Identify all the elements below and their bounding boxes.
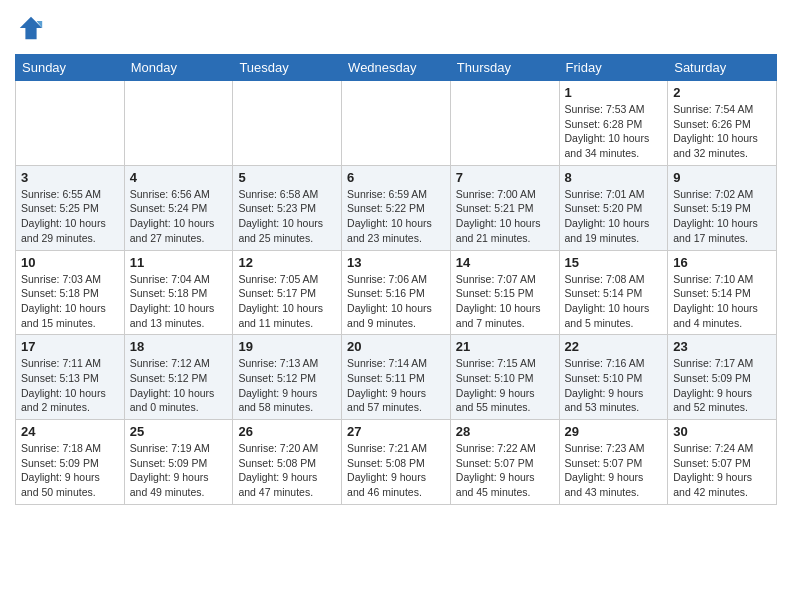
day-number: 23: [673, 339, 771, 354]
day-info: Sunrise: 7:53 AMSunset: 6:28 PMDaylight:…: [565, 102, 663, 161]
calendar-cell: 16Sunrise: 7:10 AMSunset: 5:14 PMDayligh…: [668, 250, 777, 335]
day-number: 28: [456, 424, 554, 439]
day-number: 14: [456, 255, 554, 270]
day-number: 30: [673, 424, 771, 439]
calendar-cell: 3Sunrise: 6:55 AMSunset: 5:25 PMDaylight…: [16, 165, 125, 250]
calendar-cell: 9Sunrise: 7:02 AMSunset: 5:19 PMDaylight…: [668, 165, 777, 250]
weekday-header-friday: Friday: [559, 55, 668, 81]
day-number: 29: [565, 424, 663, 439]
calendar-cell: 24Sunrise: 7:18 AMSunset: 5:09 PMDayligh…: [16, 420, 125, 505]
calendar-cell: 5Sunrise: 6:58 AMSunset: 5:23 PMDaylight…: [233, 165, 342, 250]
calendar-cell: 29Sunrise: 7:23 AMSunset: 5:07 PMDayligh…: [559, 420, 668, 505]
logo-icon: [17, 14, 45, 42]
day-number: 19: [238, 339, 336, 354]
day-info: Sunrise: 6:56 AMSunset: 5:24 PMDaylight:…: [130, 187, 228, 246]
calendar-cell: 8Sunrise: 7:01 AMSunset: 5:20 PMDaylight…: [559, 165, 668, 250]
weekday-header-sunday: Sunday: [16, 55, 125, 81]
calendar-cell: 17Sunrise: 7:11 AMSunset: 5:13 PMDayligh…: [16, 335, 125, 420]
calendar-week-row: 3Sunrise: 6:55 AMSunset: 5:25 PMDaylight…: [16, 165, 777, 250]
day-info: Sunrise: 7:19 AMSunset: 5:09 PMDaylight:…: [130, 441, 228, 500]
calendar-cell: 22Sunrise: 7:16 AMSunset: 5:10 PMDayligh…: [559, 335, 668, 420]
day-info: Sunrise: 6:58 AMSunset: 5:23 PMDaylight:…: [238, 187, 336, 246]
calendar-cell: 7Sunrise: 7:00 AMSunset: 5:21 PMDaylight…: [450, 165, 559, 250]
calendar-cell: 13Sunrise: 7:06 AMSunset: 5:16 PMDayligh…: [342, 250, 451, 335]
day-info: Sunrise: 7:05 AMSunset: 5:17 PMDaylight:…: [238, 272, 336, 331]
day-info: Sunrise: 7:20 AMSunset: 5:08 PMDaylight:…: [238, 441, 336, 500]
calendar-cell: 21Sunrise: 7:15 AMSunset: 5:10 PMDayligh…: [450, 335, 559, 420]
day-number: 10: [21, 255, 119, 270]
day-info: Sunrise: 7:14 AMSunset: 5:11 PMDaylight:…: [347, 356, 445, 415]
calendar-cell: 23Sunrise: 7:17 AMSunset: 5:09 PMDayligh…: [668, 335, 777, 420]
day-info: Sunrise: 7:11 AMSunset: 5:13 PMDaylight:…: [21, 356, 119, 415]
day-info: Sunrise: 7:10 AMSunset: 5:14 PMDaylight:…: [673, 272, 771, 331]
calendar-cell: 12Sunrise: 7:05 AMSunset: 5:17 PMDayligh…: [233, 250, 342, 335]
day-number: 17: [21, 339, 119, 354]
day-info: Sunrise: 7:24 AMSunset: 5:07 PMDaylight:…: [673, 441, 771, 500]
day-number: 11: [130, 255, 228, 270]
calendar-cell: 11Sunrise: 7:04 AMSunset: 5:18 PMDayligh…: [124, 250, 233, 335]
day-info: Sunrise: 7:13 AMSunset: 5:12 PMDaylight:…: [238, 356, 336, 415]
calendar-cell: 20Sunrise: 7:14 AMSunset: 5:11 PMDayligh…: [342, 335, 451, 420]
day-info: Sunrise: 7:12 AMSunset: 5:12 PMDaylight:…: [130, 356, 228, 415]
day-number: 12: [238, 255, 336, 270]
calendar-week-row: 10Sunrise: 7:03 AMSunset: 5:18 PMDayligh…: [16, 250, 777, 335]
day-number: 16: [673, 255, 771, 270]
day-number: 20: [347, 339, 445, 354]
weekday-header-monday: Monday: [124, 55, 233, 81]
day-number: 27: [347, 424, 445, 439]
svg-marker-0: [20, 17, 42, 39]
day-number: 4: [130, 170, 228, 185]
calendar-cell: 18Sunrise: 7:12 AMSunset: 5:12 PMDayligh…: [124, 335, 233, 420]
page-container: SundayMondayTuesdayWednesdayThursdayFrid…: [0, 0, 792, 515]
day-info: Sunrise: 7:15 AMSunset: 5:10 PMDaylight:…: [456, 356, 554, 415]
day-info: Sunrise: 7:02 AMSunset: 5:19 PMDaylight:…: [673, 187, 771, 246]
day-info: Sunrise: 7:08 AMSunset: 5:14 PMDaylight:…: [565, 272, 663, 331]
day-number: 5: [238, 170, 336, 185]
day-number: 6: [347, 170, 445, 185]
calendar-cell: [16, 81, 125, 166]
header: [15, 10, 777, 46]
calendar-cell: 14Sunrise: 7:07 AMSunset: 5:15 PMDayligh…: [450, 250, 559, 335]
calendar-cell: 28Sunrise: 7:22 AMSunset: 5:07 PMDayligh…: [450, 420, 559, 505]
day-info: Sunrise: 7:01 AMSunset: 5:20 PMDaylight:…: [565, 187, 663, 246]
weekday-header-saturday: Saturday: [668, 55, 777, 81]
day-number: 2: [673, 85, 771, 100]
logo: [15, 14, 45, 46]
day-number: 22: [565, 339, 663, 354]
calendar-week-row: 24Sunrise: 7:18 AMSunset: 5:09 PMDayligh…: [16, 420, 777, 505]
calendar-week-row: 1Sunrise: 7:53 AMSunset: 6:28 PMDaylight…: [16, 81, 777, 166]
day-number: 21: [456, 339, 554, 354]
calendar-cell: 26Sunrise: 7:20 AMSunset: 5:08 PMDayligh…: [233, 420, 342, 505]
day-number: 18: [130, 339, 228, 354]
day-info: Sunrise: 7:21 AMSunset: 5:08 PMDaylight:…: [347, 441, 445, 500]
day-info: Sunrise: 7:17 AMSunset: 5:09 PMDaylight:…: [673, 356, 771, 415]
day-info: Sunrise: 7:16 AMSunset: 5:10 PMDaylight:…: [565, 356, 663, 415]
weekday-header-thursday: Thursday: [450, 55, 559, 81]
day-info: Sunrise: 7:06 AMSunset: 5:16 PMDaylight:…: [347, 272, 445, 331]
calendar-week-row: 17Sunrise: 7:11 AMSunset: 5:13 PMDayligh…: [16, 335, 777, 420]
calendar-cell: [124, 81, 233, 166]
day-number: 25: [130, 424, 228, 439]
day-number: 3: [21, 170, 119, 185]
weekday-header-wednesday: Wednesday: [342, 55, 451, 81]
calendar-table: SundayMondayTuesdayWednesdayThursdayFrid…: [15, 54, 777, 505]
calendar-cell: 19Sunrise: 7:13 AMSunset: 5:12 PMDayligh…: [233, 335, 342, 420]
calendar-cell: 1Sunrise: 7:53 AMSunset: 6:28 PMDaylight…: [559, 81, 668, 166]
day-info: Sunrise: 7:07 AMSunset: 5:15 PMDaylight:…: [456, 272, 554, 331]
day-number: 13: [347, 255, 445, 270]
calendar-cell: 4Sunrise: 6:56 AMSunset: 5:24 PMDaylight…: [124, 165, 233, 250]
day-number: 8: [565, 170, 663, 185]
calendar-cell: [450, 81, 559, 166]
calendar-cell: 25Sunrise: 7:19 AMSunset: 5:09 PMDayligh…: [124, 420, 233, 505]
day-info: Sunrise: 7:54 AMSunset: 6:26 PMDaylight:…: [673, 102, 771, 161]
day-number: 9: [673, 170, 771, 185]
calendar-cell: 2Sunrise: 7:54 AMSunset: 6:26 PMDaylight…: [668, 81, 777, 166]
calendar-cell: 15Sunrise: 7:08 AMSunset: 5:14 PMDayligh…: [559, 250, 668, 335]
calendar-cell: 6Sunrise: 6:59 AMSunset: 5:22 PMDaylight…: [342, 165, 451, 250]
day-info: Sunrise: 7:22 AMSunset: 5:07 PMDaylight:…: [456, 441, 554, 500]
day-info: Sunrise: 7:04 AMSunset: 5:18 PMDaylight:…: [130, 272, 228, 331]
day-info: Sunrise: 7:03 AMSunset: 5:18 PMDaylight:…: [21, 272, 119, 331]
day-number: 1: [565, 85, 663, 100]
day-number: 15: [565, 255, 663, 270]
day-number: 26: [238, 424, 336, 439]
